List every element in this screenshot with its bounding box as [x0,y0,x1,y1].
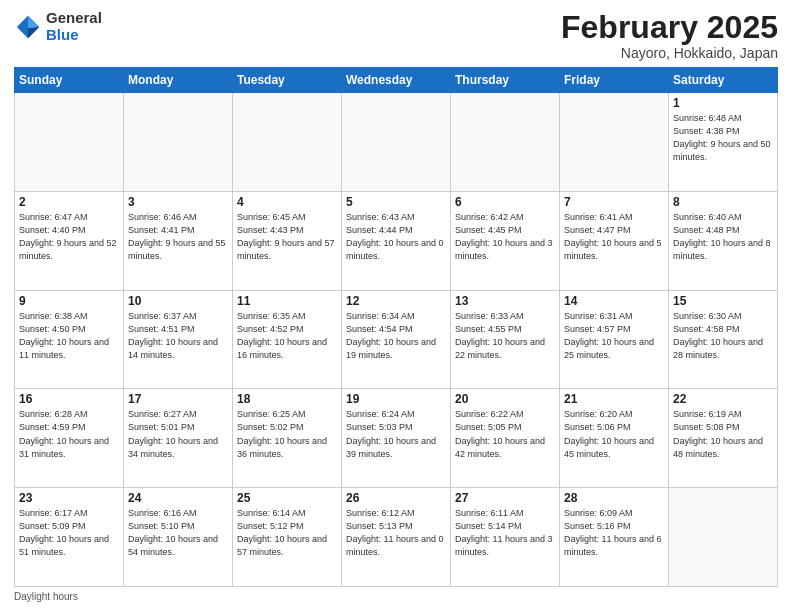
week-row-2: 9Sunrise: 6:38 AM Sunset: 4:50 PM Daylig… [15,290,778,389]
page: General Blue February 2025 Nayoro, Hokka… [0,0,792,612]
day-info: Sunrise: 6:20 AM Sunset: 5:06 PM Dayligh… [564,408,664,460]
day-cell: 13Sunrise: 6:33 AM Sunset: 4:55 PM Dayli… [451,290,560,389]
day-info: Sunrise: 6:22 AM Sunset: 5:05 PM Dayligh… [455,408,555,460]
day-cell: 22Sunrise: 6:19 AM Sunset: 5:08 PM Dayli… [669,389,778,488]
day-cell: 25Sunrise: 6:14 AM Sunset: 5:12 PM Dayli… [233,488,342,587]
day-info: Sunrise: 6:12 AM Sunset: 5:13 PM Dayligh… [346,507,446,559]
day-number: 20 [455,392,555,406]
day-info: Sunrise: 6:41 AM Sunset: 4:47 PM Dayligh… [564,211,664,263]
col-header-saturday: Saturday [669,68,778,93]
day-number: 4 [237,195,337,209]
day-cell: 20Sunrise: 6:22 AM Sunset: 5:05 PM Dayli… [451,389,560,488]
day-info: Sunrise: 6:09 AM Sunset: 5:16 PM Dayligh… [564,507,664,559]
day-number: 3 [128,195,228,209]
day-number: 1 [673,96,773,110]
logo-text: General Blue [46,10,102,43]
day-info: Sunrise: 6:34 AM Sunset: 4:54 PM Dayligh… [346,310,446,362]
day-info: Sunrise: 6:38 AM Sunset: 4:50 PM Dayligh… [19,310,119,362]
day-number: 24 [128,491,228,505]
day-number: 17 [128,392,228,406]
day-cell [669,488,778,587]
day-number: 12 [346,294,446,308]
day-cell: 19Sunrise: 6:24 AM Sunset: 5:03 PM Dayli… [342,389,451,488]
day-cell [560,93,669,192]
day-number: 14 [564,294,664,308]
day-cell: 8Sunrise: 6:40 AM Sunset: 4:48 PM Daylig… [669,191,778,290]
day-info: Sunrise: 6:47 AM Sunset: 4:40 PM Dayligh… [19,211,119,263]
day-cell: 6Sunrise: 6:42 AM Sunset: 4:45 PM Daylig… [451,191,560,290]
day-cell: 16Sunrise: 6:28 AM Sunset: 4:59 PM Dayli… [15,389,124,488]
day-number: 19 [346,392,446,406]
day-number: 10 [128,294,228,308]
day-cell [451,93,560,192]
day-cell: 14Sunrise: 6:31 AM Sunset: 4:57 PM Dayli… [560,290,669,389]
day-info: Sunrise: 6:31 AM Sunset: 4:57 PM Dayligh… [564,310,664,362]
calendar-title: February 2025 [561,10,778,45]
calendar-body: 1Sunrise: 6:48 AM Sunset: 4:38 PM Daylig… [15,93,778,587]
day-info: Sunrise: 6:43 AM Sunset: 4:44 PM Dayligh… [346,211,446,263]
day-info: Sunrise: 6:48 AM Sunset: 4:38 PM Dayligh… [673,112,773,164]
day-cell: 23Sunrise: 6:17 AM Sunset: 5:09 PM Dayli… [15,488,124,587]
title-block: February 2025 Nayoro, Hokkaido, Japan [561,10,778,61]
week-row-0: 1Sunrise: 6:48 AM Sunset: 4:38 PM Daylig… [15,93,778,192]
day-number: 18 [237,392,337,406]
day-info: Sunrise: 6:46 AM Sunset: 4:41 PM Dayligh… [128,211,228,263]
day-number: 27 [455,491,555,505]
col-header-tuesday: Tuesday [233,68,342,93]
week-row-3: 16Sunrise: 6:28 AM Sunset: 4:59 PM Dayli… [15,389,778,488]
day-info: Sunrise: 6:45 AM Sunset: 4:43 PM Dayligh… [237,211,337,263]
day-number: 5 [346,195,446,209]
day-cell: 28Sunrise: 6:09 AM Sunset: 5:16 PM Dayli… [560,488,669,587]
day-number: 25 [237,491,337,505]
col-header-sunday: Sunday [15,68,124,93]
day-cell: 2Sunrise: 6:47 AM Sunset: 4:40 PM Daylig… [15,191,124,290]
day-number: 15 [673,294,773,308]
day-info: Sunrise: 6:11 AM Sunset: 5:14 PM Dayligh… [455,507,555,559]
day-cell: 5Sunrise: 6:43 AM Sunset: 4:44 PM Daylig… [342,191,451,290]
day-number: 6 [455,195,555,209]
day-number: 13 [455,294,555,308]
day-cell [124,93,233,192]
day-number: 11 [237,294,337,308]
day-number: 9 [19,294,119,308]
day-info: Sunrise: 6:42 AM Sunset: 4:45 PM Dayligh… [455,211,555,263]
day-info: Sunrise: 6:16 AM Sunset: 5:10 PM Dayligh… [128,507,228,559]
day-number: 28 [564,491,664,505]
day-info: Sunrise: 6:40 AM Sunset: 4:48 PM Dayligh… [673,211,773,263]
day-info: Sunrise: 6:24 AM Sunset: 5:03 PM Dayligh… [346,408,446,460]
day-cell [342,93,451,192]
day-cell: 11Sunrise: 6:35 AM Sunset: 4:52 PM Dayli… [233,290,342,389]
day-info: Sunrise: 6:37 AM Sunset: 4:51 PM Dayligh… [128,310,228,362]
calendar-table: SundayMondayTuesdayWednesdayThursdayFrid… [14,67,778,587]
day-cell: 10Sunrise: 6:37 AM Sunset: 4:51 PM Dayli… [124,290,233,389]
day-number: 21 [564,392,664,406]
day-cell: 18Sunrise: 6:25 AM Sunset: 5:02 PM Dayli… [233,389,342,488]
calendar-subtitle: Nayoro, Hokkaido, Japan [561,45,778,61]
day-info: Sunrise: 6:28 AM Sunset: 4:59 PM Dayligh… [19,408,119,460]
day-info: Sunrise: 6:14 AM Sunset: 5:12 PM Dayligh… [237,507,337,559]
footer: Daylight hours [14,591,778,602]
day-number: 2 [19,195,119,209]
week-row-4: 23Sunrise: 6:17 AM Sunset: 5:09 PM Dayli… [15,488,778,587]
header-row: SundayMondayTuesdayWednesdayThursdayFrid… [15,68,778,93]
day-number: 8 [673,195,773,209]
day-number: 22 [673,392,773,406]
day-number: 7 [564,195,664,209]
day-info: Sunrise: 6:30 AM Sunset: 4:58 PM Dayligh… [673,310,773,362]
day-cell: 15Sunrise: 6:30 AM Sunset: 4:58 PM Dayli… [669,290,778,389]
logo: General Blue [14,10,102,43]
day-info: Sunrise: 6:25 AM Sunset: 5:02 PM Dayligh… [237,408,337,460]
day-info: Sunrise: 6:27 AM Sunset: 5:01 PM Dayligh… [128,408,228,460]
day-cell: 4Sunrise: 6:45 AM Sunset: 4:43 PM Daylig… [233,191,342,290]
daylight-label: Daylight hours [14,591,78,602]
logo-blue: Blue [46,27,102,44]
col-header-wednesday: Wednesday [342,68,451,93]
day-info: Sunrise: 6:33 AM Sunset: 4:55 PM Dayligh… [455,310,555,362]
day-cell: 3Sunrise: 6:46 AM Sunset: 4:41 PM Daylig… [124,191,233,290]
day-number: 23 [19,491,119,505]
col-header-thursday: Thursday [451,68,560,93]
day-cell: 17Sunrise: 6:27 AM Sunset: 5:01 PM Dayli… [124,389,233,488]
logo-general: General [46,10,102,27]
day-cell [233,93,342,192]
col-header-friday: Friday [560,68,669,93]
